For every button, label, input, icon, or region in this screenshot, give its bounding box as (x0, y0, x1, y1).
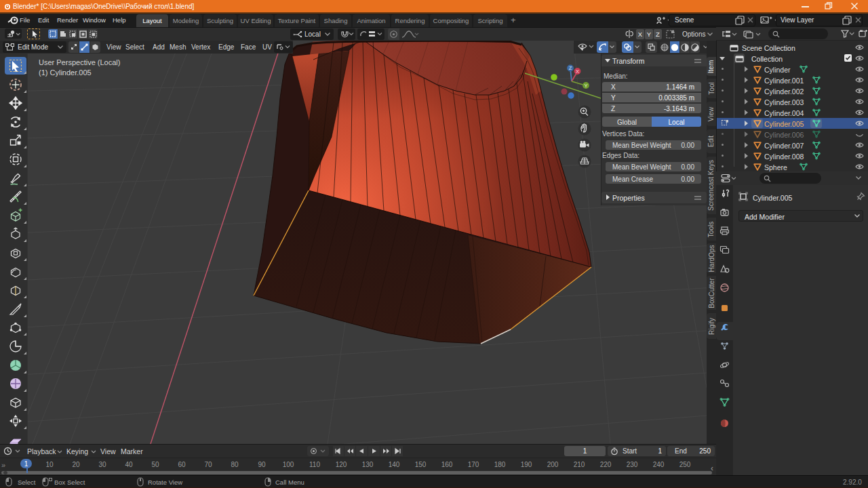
svg-text:X: X (576, 68, 579, 75)
svg-text:(1) Cylinder.005: (1) Cylinder.005 (39, 68, 92, 77)
svg-text:User Perspective (Local): User Perspective (Local) (39, 58, 120, 66)
svg-text:Z: Z (569, 65, 572, 71)
svg-text:Y: Y (584, 83, 587, 89)
